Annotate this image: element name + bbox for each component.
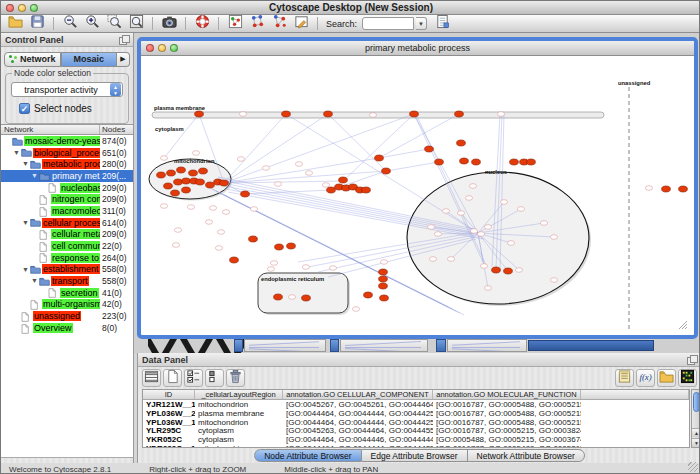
tree-row-metabolic-process[interactable]: ▼metabolic process280(0) bbox=[1, 158, 133, 170]
network-node[interactable] bbox=[324, 111, 333, 117]
network-node[interactable] bbox=[457, 140, 466, 146]
network-node-small[interactable] bbox=[209, 206, 216, 211]
unselect-attributes-button[interactable] bbox=[205, 369, 224, 387]
tree-row-cell-communicat[interactable]: cell communicat22(0) bbox=[1, 240, 133, 252]
new-attribute-button[interactable] bbox=[163, 369, 182, 387]
layout-plugin-b-button[interactable] bbox=[269, 16, 289, 32]
network-node[interactable] bbox=[364, 292, 373, 298]
zoom-fit-button[interactable] bbox=[126, 16, 146, 32]
network-node[interactable] bbox=[206, 182, 215, 188]
tree-row-biological-process[interactable]: ▼biological_process651(0) bbox=[1, 147, 133, 159]
network-node-small[interactable] bbox=[222, 210, 229, 215]
network-node-small[interactable] bbox=[302, 265, 309, 270]
background-window-edge[interactable] bbox=[330, 339, 339, 352]
table-row[interactable]: YDR039C__1mitochondrion[GO:0044464, GO:0… bbox=[143, 444, 689, 448]
network-window-titlebar[interactable]: primary metabolic process bbox=[141, 41, 694, 56]
column-header-ID[interactable]: ID bbox=[143, 390, 195, 399]
network-node[interactable] bbox=[274, 294, 283, 300]
network-node[interactable] bbox=[249, 236, 258, 242]
tree-row-transport[interactable]: ▼transport558(0) bbox=[1, 275, 133, 287]
network-view-window[interactable]: primary metabolic process plasma membran… bbox=[137, 37, 698, 339]
network-node[interactable] bbox=[410, 111, 419, 117]
zoom-selected-button[interactable] bbox=[104, 16, 124, 32]
tab-mosaic[interactable]: Mosaic bbox=[61, 52, 118, 67]
network-node[interactable] bbox=[196, 179, 205, 185]
network-node-small[interactable] bbox=[517, 207, 524, 212]
network-node-small[interactable] bbox=[645, 186, 652, 191]
network-node[interactable] bbox=[157, 172, 166, 178]
table-row[interactable]: YKR052Ccytoplasm[GO:0044464, GO:0044446,… bbox=[143, 435, 689, 444]
float-data-panel-icon[interactable] bbox=[687, 355, 697, 364]
network-node-small[interactable] bbox=[288, 295, 295, 300]
column-header-annotation.GO MOLECULAR_FUNCTION[interactable]: annotation.GO MOLECULAR_FUNCTION bbox=[433, 390, 581, 399]
scroll-up-icon[interactable]: ▲ bbox=[692, 428, 700, 437]
network-node-small[interactable] bbox=[205, 220, 212, 225]
network-node-small[interactable] bbox=[174, 228, 181, 233]
network-node[interactable] bbox=[379, 283, 388, 289]
formula-builder-button[interactable]: f(x) bbox=[636, 369, 655, 387]
vizmapper-button[interactable] bbox=[225, 16, 245, 32]
tree-row-mosaic-demo-yeast[interactable]: mosaic-demo-yeast874(0) bbox=[1, 135, 133, 147]
network-canvas[interactable]: plasma membranecytoplasmmitochondrionnuc… bbox=[141, 56, 694, 334]
import-attributes-button[interactable] bbox=[657, 369, 676, 387]
network-node[interactable] bbox=[327, 187, 336, 193]
snapshot-button[interactable] bbox=[159, 16, 179, 32]
column-header-_cellularLayoutRegion[interactable]: _cellularLayoutRegion bbox=[195, 390, 283, 399]
network-edge[interactable] bbox=[224, 171, 386, 183]
matrix-view-button[interactable] bbox=[678, 369, 697, 387]
network-node[interactable] bbox=[287, 243, 296, 249]
tree-row-establishment-of-lo[interactable]: ▼establishment of lo558(0) bbox=[1, 264, 133, 276]
delete-attribute-button[interactable] bbox=[226, 369, 245, 387]
column-header-annotation.GO CELLULAR_COMPONENT[interactable]: annotation.GO CELLULAR_COMPONENT bbox=[283, 390, 433, 399]
tree-row-cellular-process[interactable]: ▼cellular process614(0) bbox=[1, 217, 133, 229]
column-header-empty[interactable] bbox=[581, 390, 689, 399]
network-node[interactable] bbox=[425, 146, 434, 152]
select-nodes-checkbox[interactable]: ✓ bbox=[19, 103, 30, 114]
resize-grip[interactable] bbox=[688, 462, 698, 472]
disclosure-triangle-icon[interactable]: ▼ bbox=[31, 172, 38, 179]
tab-node-attribute-browser[interactable]: Node Attribute Browser bbox=[254, 449, 361, 462]
network-node[interactable] bbox=[492, 267, 501, 273]
network-node[interactable] bbox=[379, 276, 388, 282]
disclosure-triangle-icon[interactable]: ▼ bbox=[13, 149, 20, 156]
background-window-fragment[interactable] bbox=[340, 339, 428, 352]
network-node[interactable] bbox=[662, 186, 671, 192]
disclosure-triangle-icon[interactable]: ▼ bbox=[31, 277, 38, 284]
zoom-in-button[interactable] bbox=[82, 16, 102, 32]
network-node[interactable] bbox=[177, 167, 186, 173]
network-node[interactable] bbox=[380, 295, 389, 301]
network-edge[interactable] bbox=[224, 158, 379, 183]
network-node[interactable] bbox=[379, 269, 388, 275]
tab-network[interactable]: Network bbox=[4, 52, 61, 67]
network-edge[interactable] bbox=[386, 162, 439, 171]
network-node[interactable] bbox=[460, 158, 469, 164]
tree-row-primary-metabo[interactable]: ▼primary metabo209(... bbox=[1, 170, 133, 182]
network-node-small[interactable] bbox=[500, 200, 507, 205]
network-node-small[interactable] bbox=[465, 196, 472, 201]
network-node[interactable] bbox=[220, 180, 229, 186]
network-node-small[interactable] bbox=[215, 246, 222, 251]
open-session-button[interactable] bbox=[5, 16, 25, 32]
network-node[interactable] bbox=[382, 168, 391, 174]
network-node-small[interactable] bbox=[447, 257, 454, 262]
network-node-small[interactable] bbox=[427, 225, 434, 230]
network-node[interactable] bbox=[527, 159, 536, 165]
table-row[interactable]: YPL036W__2plasma membrane[GO:0044464, GO… bbox=[143, 409, 689, 418]
network-node-small[interactable] bbox=[250, 207, 257, 212]
tab-network-attribute-browser[interactable]: Network Attribute Browser bbox=[468, 449, 585, 462]
network-node[interactable] bbox=[199, 168, 208, 174]
network-node-small[interactable] bbox=[267, 267, 274, 272]
network-node[interactable] bbox=[679, 186, 688, 192]
network-node[interactable] bbox=[167, 170, 176, 176]
network-node[interactable] bbox=[510, 159, 519, 165]
network-node-small[interactable] bbox=[322, 183, 329, 188]
network-node[interactable] bbox=[195, 111, 204, 117]
nodes-column-header[interactable]: Nodes bbox=[100, 125, 133, 134]
network-node[interactable] bbox=[282, 111, 291, 117]
network-node-small[interactable] bbox=[484, 225, 491, 230]
network-node-small[interactable] bbox=[270, 261, 277, 266]
tab-overflow-button[interactable]: ▶ bbox=[117, 52, 130, 67]
network-node-small[interactable] bbox=[295, 162, 302, 167]
table-scrollbar[interactable]: ▲ ▼ bbox=[691, 389, 700, 448]
network-node[interactable] bbox=[164, 183, 173, 189]
